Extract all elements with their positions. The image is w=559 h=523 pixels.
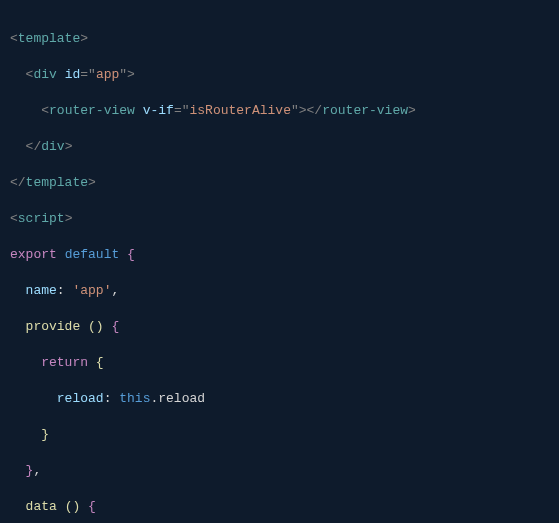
- code-line: reload: this.reload: [10, 390, 549, 408]
- code-line: data () {: [10, 498, 549, 516]
- code-line: <router-view v-if="isRouterAlive"></rout…: [10, 102, 549, 120]
- code-line: name: 'app',: [10, 282, 549, 300]
- code-line: </div>: [10, 138, 549, 156]
- code-line: <script>: [10, 210, 549, 228]
- code-line: <div id="app">: [10, 66, 549, 84]
- code-line: export default {: [10, 246, 549, 264]
- code-line: },: [10, 462, 549, 480]
- code-line: provide () {: [10, 318, 549, 336]
- code-line: </template>: [10, 174, 549, 192]
- code-line: }: [10, 426, 549, 444]
- code-line: <template>: [10, 30, 549, 48]
- code-editor[interactable]: <template> <div id="app"> <router-view v…: [10, 12, 549, 523]
- code-line: return {: [10, 354, 549, 372]
